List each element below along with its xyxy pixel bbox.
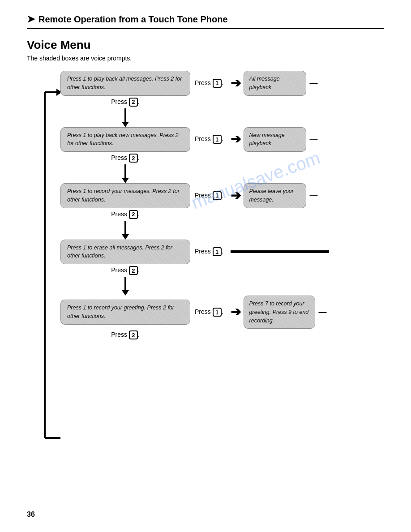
arrow-down-4 [122, 277, 129, 296]
flow-col-left-2: Press 1 to play back new messages. Press… [60, 127, 190, 152]
arrow-down-1 [122, 108, 129, 127]
arrow-down-line-3 [124, 221, 126, 234]
dash-3: — [310, 191, 318, 200]
arrow-down-head-4 [122, 290, 129, 296]
press2-key-1: 2 [129, 98, 138, 107]
svg-marker-3 [56, 89, 60, 96]
press-key-1-1: 1 [213, 79, 222, 88]
section-subtitle: The shaded boxes are voice prompts. [27, 55, 384, 62]
press-key-1-4: 1 [213, 247, 222, 256]
press2-label-3: Press 2. [60, 210, 190, 219]
arrow-down-line-2 [124, 164, 126, 178]
header-arrow-icon: ➤ [27, 13, 35, 25]
erase-line [231, 250, 329, 253]
flow-row-4: Press 1 to erase all messages. Press 2 f… [60, 240, 329, 265]
press2-label-4: Press 2. [60, 266, 190, 275]
press1-label-1: Press 1. [195, 79, 223, 88]
header-rule [27, 28, 384, 29]
arrow-down-3 [122, 221, 129, 240]
left-bracket-col [36, 71, 60, 462]
press1-label-2: Press 1. [195, 135, 223, 144]
flow-col-left-3: Press 1 to record your messages. Press 2… [60, 183, 190, 208]
press2-label-1: Press 2. [60, 98, 190, 107]
dash-5: — [319, 308, 327, 317]
press2-key-5: 2 [129, 330, 138, 339]
result-box-3: Please leave your message. [244, 183, 306, 208]
result-box-5: Press 7 to record your greeting. Press 9… [244, 296, 315, 329]
arrow-down-line-1 [124, 108, 126, 122]
press2-down-4: Press 2. [60, 264, 190, 296]
flow-col-left-4: Press 1 to erase all messages. Press 2 f… [60, 240, 190, 265]
bracket-svg [36, 71, 60, 460]
flow-row-1: Press 1 to play back all messages. Press… [60, 71, 318, 96]
press2-down-5: Press 2. [60, 329, 190, 341]
flow-diagram: Press 1 to play back all messages. Press… [36, 71, 384, 462]
header: ➤ Remote Operation from a Touch Tone Pho… [27, 13, 384, 25]
prompt-box-4: Press 1 to erase all messages. Press 2 f… [60, 240, 190, 265]
press2-key-4: 2 [129, 266, 138, 275]
press1-label-5: Press 1. [195, 308, 223, 317]
press2-down-1: Press 2. [60, 96, 190, 127]
press2-key-3: 2 [129, 210, 138, 219]
dash-2: — [310, 135, 318, 144]
press-key-1-2: 1 [213, 135, 222, 144]
arrow-right-3: ➔ [231, 189, 241, 202]
press2-label-2: Press 2. [60, 154, 190, 163]
flow-col-left-5: Press 1 to record your greeting. Press 2… [60, 300, 190, 325]
arrow-down-head-3 [122, 234, 129, 240]
page: ➤ Remote Operation from a Touch Tone Pho… [0, 0, 411, 532]
arrow-down-head-2 [122, 178, 129, 183]
arrow-down-2 [122, 164, 129, 183]
prompt-box-3: Press 1 to record your messages. Press 2… [60, 183, 190, 208]
press2-key-2: 2 [129, 154, 138, 163]
prompt-box-1: Press 1 to play back all messages. Press… [60, 71, 190, 96]
flow-main: Press 1 to play back all messages. Press… [60, 71, 329, 462]
press-key-1-3: 1 [213, 191, 222, 200]
press2-label-5: Press 2. [60, 330, 190, 339]
press2-down-2: Press 2. [60, 152, 190, 183]
arrow-right-5: ➔ [231, 306, 241, 318]
press1-label-3: Press 1. [195, 191, 223, 200]
flow-row-5: Press 1 to record your greeting. Press 2… [60, 296, 327, 329]
result-box-2: New message playback [244, 127, 306, 152]
arrow-right-2: ➔ [231, 133, 241, 146]
press-key-1-5: 1 [213, 308, 222, 317]
arrow-down-head-1 [122, 122, 129, 127]
header-title: Remote Operation from a Touch Tone Phone [39, 14, 228, 25]
press1-label-4: Press 1. [195, 247, 223, 256]
prompt-box-2: Press 1 to play back new messages. Press… [60, 127, 190, 152]
arrow-down-line-4 [124, 277, 126, 290]
page-number: 36 [27, 511, 35, 519]
prompt-box-5: Press 1 to record your greeting. Press 2… [60, 300, 190, 325]
flow-col-left-1: Press 1 to play back all messages. Press… [60, 71, 190, 96]
flow-row-2: Press 1 to play back new messages. Press… [60, 127, 318, 152]
press2-down-3: Press 2. [60, 208, 190, 240]
dash-1: — [310, 78, 318, 88]
section-title: Voice Menu [27, 38, 384, 52]
result-box-1: All message playback [244, 71, 306, 96]
arrow-right-1: ➔ [231, 77, 241, 90]
flow-row-3: Press 1 to record your messages. Press 2… [60, 183, 318, 208]
